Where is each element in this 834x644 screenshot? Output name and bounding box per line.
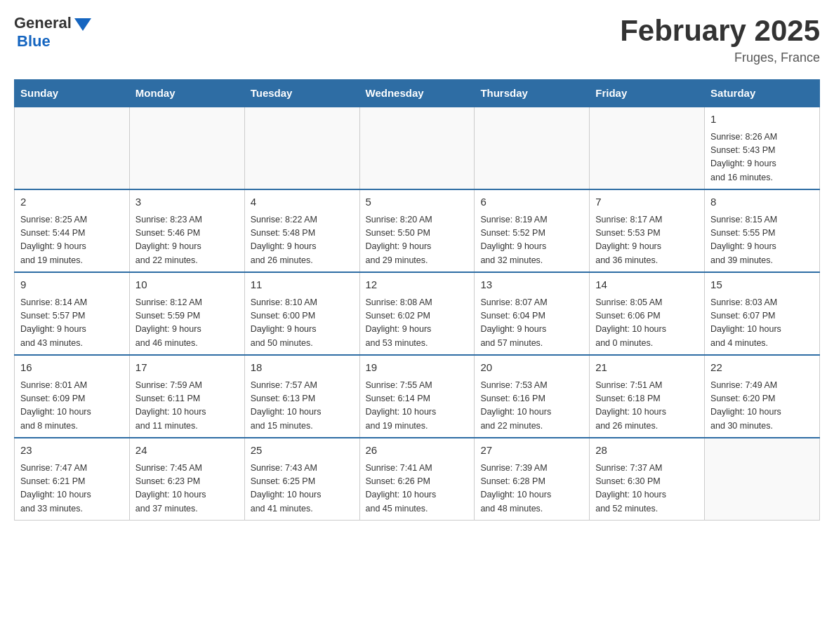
calendar-cell: 1Sunrise: 8:26 AM Sunset: 5:43 PM Daylig… bbox=[705, 107, 820, 189]
day-info: Sunrise: 7:55 AM Sunset: 6:14 PM Dayligh… bbox=[366, 379, 469, 434]
day-number: 10 bbox=[135, 277, 239, 293]
calendar-cell: 3Sunrise: 8:23 AM Sunset: 5:46 PM Daylig… bbox=[129, 189, 244, 272]
day-info: Sunrise: 8:14 AM Sunset: 5:57 PM Dayligh… bbox=[20, 296, 124, 351]
calendar-cell: 27Sunrise: 7:39 AM Sunset: 6:28 PM Dayli… bbox=[475, 438, 590, 521]
day-info: Sunrise: 7:41 AM Sunset: 6:26 PM Dayligh… bbox=[366, 462, 469, 516]
day-number: 19 bbox=[366, 360, 469, 376]
day-info: Sunrise: 8:26 AM Sunset: 5:43 PM Dayligh… bbox=[710, 130, 814, 185]
day-info: Sunrise: 8:05 AM Sunset: 6:06 PM Dayligh… bbox=[595, 296, 699, 351]
calendar-cell: 24Sunrise: 7:45 AM Sunset: 6:23 PM Dayli… bbox=[129, 438, 244, 521]
week-row-5: 23Sunrise: 7:47 AM Sunset: 6:21 PM Dayli… bbox=[15, 438, 820, 521]
month-title: February 2025 bbox=[620, 14, 820, 48]
day-info: Sunrise: 8:25 AM Sunset: 5:44 PM Dayligh… bbox=[20, 213, 124, 268]
day-info: Sunrise: 8:12 AM Sunset: 5:59 PM Dayligh… bbox=[135, 296, 239, 351]
weekday-header-sunday: Sunday bbox=[15, 80, 130, 107]
logo: General Blue bbox=[14, 14, 91, 51]
logo-general: General bbox=[14, 14, 72, 32]
calendar-cell: 13Sunrise: 8:07 AM Sunset: 6:04 PM Dayli… bbox=[475, 272, 590, 355]
day-info: Sunrise: 8:23 AM Sunset: 5:46 PM Dayligh… bbox=[135, 213, 239, 268]
day-info: Sunrise: 8:20 AM Sunset: 5:50 PM Dayligh… bbox=[366, 213, 469, 268]
week-row-4: 16Sunrise: 8:01 AM Sunset: 6:09 PM Dayli… bbox=[15, 355, 820, 438]
day-number: 21 bbox=[595, 360, 699, 376]
calendar-cell: 12Sunrise: 8:08 AM Sunset: 6:02 PM Dayli… bbox=[359, 272, 475, 355]
calendar-cell: 6Sunrise: 8:19 AM Sunset: 5:52 PM Daylig… bbox=[475, 189, 590, 272]
calendar-cell bbox=[244, 107, 359, 189]
week-row-3: 9Sunrise: 8:14 AM Sunset: 5:57 PM Daylig… bbox=[15, 272, 820, 355]
day-number: 13 bbox=[480, 277, 583, 293]
calendar-cell bbox=[15, 107, 130, 189]
day-info: Sunrise: 7:45 AM Sunset: 6:23 PM Dayligh… bbox=[135, 462, 239, 516]
day-info: Sunrise: 7:57 AM Sunset: 6:13 PM Dayligh… bbox=[251, 379, 354, 434]
calendar-cell: 5Sunrise: 8:20 AM Sunset: 5:50 PM Daylig… bbox=[359, 189, 475, 272]
week-row-2: 2Sunrise: 8:25 AM Sunset: 5:44 PM Daylig… bbox=[15, 189, 820, 272]
day-number: 7 bbox=[595, 194, 699, 210]
day-number: 9 bbox=[20, 277, 124, 293]
day-number: 14 bbox=[595, 277, 699, 293]
calendar-cell: 20Sunrise: 7:53 AM Sunset: 6:16 PM Dayli… bbox=[475, 355, 590, 438]
day-info: Sunrise: 8:01 AM Sunset: 6:09 PM Dayligh… bbox=[20, 379, 124, 434]
day-info: Sunrise: 8:15 AM Sunset: 5:55 PM Dayligh… bbox=[710, 213, 814, 268]
calendar-table: SundayMondayTuesdayWednesdayThursdayFrid… bbox=[14, 79, 820, 521]
calendar-cell: 18Sunrise: 7:57 AM Sunset: 6:13 PM Dayli… bbox=[244, 355, 359, 438]
day-number: 17 bbox=[135, 360, 239, 376]
day-info: Sunrise: 7:37 AM Sunset: 6:30 PM Dayligh… bbox=[595, 462, 699, 516]
calendar-cell: 19Sunrise: 7:55 AM Sunset: 6:14 PM Dayli… bbox=[359, 355, 475, 438]
day-number: 11 bbox=[251, 277, 354, 293]
weekday-header-monday: Monday bbox=[129, 80, 244, 107]
calendar-cell: 23Sunrise: 7:47 AM Sunset: 6:21 PM Dayli… bbox=[15, 438, 130, 521]
day-info: Sunrise: 8:03 AM Sunset: 6:07 PM Dayligh… bbox=[710, 296, 814, 351]
day-number: 18 bbox=[251, 360, 354, 376]
day-number: 12 bbox=[366, 277, 469, 293]
day-number: 23 bbox=[20, 443, 124, 459]
calendar-cell: 8Sunrise: 8:15 AM Sunset: 5:55 PM Daylig… bbox=[705, 189, 820, 272]
day-info: Sunrise: 7:53 AM Sunset: 6:16 PM Dayligh… bbox=[480, 379, 583, 434]
calendar-cell: 28Sunrise: 7:37 AM Sunset: 6:30 PM Dayli… bbox=[590, 438, 705, 521]
page-header: General Blue February 2025 Fruges, Franc… bbox=[14, 14, 820, 65]
day-number: 28 bbox=[595, 443, 699, 459]
calendar-cell: 10Sunrise: 8:12 AM Sunset: 5:59 PM Dayli… bbox=[129, 272, 244, 355]
calendar-cell bbox=[590, 107, 705, 189]
day-info: Sunrise: 7:39 AM Sunset: 6:28 PM Dayligh… bbox=[480, 462, 583, 516]
calendar-cell bbox=[359, 107, 475, 189]
logo-triangle-icon bbox=[74, 18, 91, 31]
day-info: Sunrise: 8:19 AM Sunset: 5:52 PM Dayligh… bbox=[480, 213, 583, 268]
day-number: 16 bbox=[20, 360, 124, 376]
day-number: 3 bbox=[135, 194, 239, 210]
weekday-header-tuesday: Tuesday bbox=[244, 80, 359, 107]
weekday-header-friday: Friday bbox=[590, 80, 705, 107]
week-row-1: 1Sunrise: 8:26 AM Sunset: 5:43 PM Daylig… bbox=[15, 107, 820, 189]
title-area: February 2025 Fruges, France bbox=[620, 14, 820, 65]
day-number: 25 bbox=[251, 443, 354, 459]
calendar-cell: 2Sunrise: 8:25 AM Sunset: 5:44 PM Daylig… bbox=[15, 189, 130, 272]
calendar-cell: 16Sunrise: 8:01 AM Sunset: 6:09 PM Dayli… bbox=[15, 355, 130, 438]
day-info: Sunrise: 7:49 AM Sunset: 6:20 PM Dayligh… bbox=[710, 379, 814, 434]
day-number: 8 bbox=[710, 194, 814, 210]
day-info: Sunrise: 8:10 AM Sunset: 6:00 PM Dayligh… bbox=[251, 296, 354, 351]
calendar-cell bbox=[129, 107, 244, 189]
day-number: 20 bbox=[480, 360, 583, 376]
day-number: 5 bbox=[366, 194, 469, 210]
day-number: 22 bbox=[710, 360, 814, 376]
calendar-cell: 25Sunrise: 7:43 AM Sunset: 6:25 PM Dayli… bbox=[244, 438, 359, 521]
logo-blue: Blue bbox=[17, 32, 51, 51]
day-number: 2 bbox=[20, 194, 124, 210]
calendar-cell: 21Sunrise: 7:51 AM Sunset: 6:18 PM Dayli… bbox=[590, 355, 705, 438]
calendar-cell: 17Sunrise: 7:59 AM Sunset: 6:11 PM Dayli… bbox=[129, 355, 244, 438]
calendar-cell: 14Sunrise: 8:05 AM Sunset: 6:06 PM Dayli… bbox=[590, 272, 705, 355]
day-number: 6 bbox=[480, 194, 583, 210]
day-number: 1 bbox=[710, 112, 814, 128]
calendar-cell bbox=[475, 107, 590, 189]
weekday-header-wednesday: Wednesday bbox=[359, 80, 475, 107]
day-number: 24 bbox=[135, 443, 239, 459]
calendar-cell: 4Sunrise: 8:22 AM Sunset: 5:48 PM Daylig… bbox=[244, 189, 359, 272]
day-number: 15 bbox=[710, 277, 814, 293]
location: Fruges, France bbox=[620, 51, 820, 65]
day-info: Sunrise: 8:07 AM Sunset: 6:04 PM Dayligh… bbox=[480, 296, 583, 351]
calendar-cell: 22Sunrise: 7:49 AM Sunset: 6:20 PM Dayli… bbox=[705, 355, 820, 438]
day-number: 4 bbox=[251, 194, 354, 210]
day-info: Sunrise: 7:59 AM Sunset: 6:11 PM Dayligh… bbox=[135, 379, 239, 434]
day-info: Sunrise: 7:51 AM Sunset: 6:18 PM Dayligh… bbox=[595, 379, 699, 434]
day-info: Sunrise: 8:17 AM Sunset: 5:53 PM Dayligh… bbox=[595, 213, 699, 268]
calendar-cell: 9Sunrise: 8:14 AM Sunset: 5:57 PM Daylig… bbox=[15, 272, 130, 355]
day-info: Sunrise: 8:08 AM Sunset: 6:02 PM Dayligh… bbox=[366, 296, 469, 351]
